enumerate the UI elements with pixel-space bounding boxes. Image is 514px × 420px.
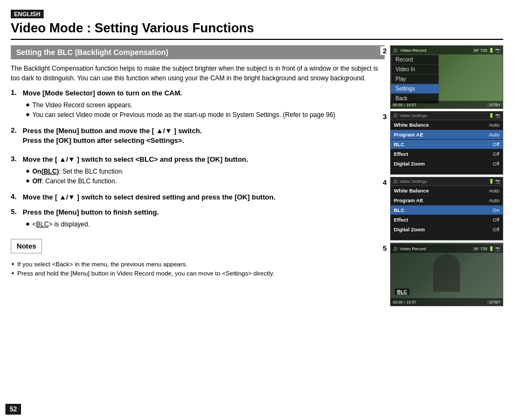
screen-2-top-bar: 🎥Video RecordSF 720 🔋 📷 xyxy=(391,46,503,54)
step-2-content: Press the [Menu] button and move the [ ▲… xyxy=(23,126,385,148)
step-3-number: 3. xyxy=(11,155,23,186)
screen-3-row-pae: Program AEAuto xyxy=(391,130,503,140)
notes-section: Notes If you select <Back> in the menu, … xyxy=(11,233,385,279)
step-2: 2. Press the [Menu] button and move the … xyxy=(11,126,385,148)
screen-5-step-num: 5 xyxy=(380,244,389,252)
step-3: 3. Move the [ ▲/▼ ] switch to select <BL… xyxy=(11,155,385,186)
step-1-content: Move [Mode Selector] down to turn on the… xyxy=(23,88,385,120)
menu-settings: Settings xyxy=(391,84,439,94)
screen-3-row-wb: White BalanceAuto xyxy=(391,120,503,130)
step-3-bullets: On(BLC): Set the BLC function. Off: Canc… xyxy=(23,167,385,186)
screen-3-top-bar: 🎥 Video Settings🔋 📷 xyxy=(391,112,503,120)
steps-area: 1. Move [Mode Selector] down to turn on … xyxy=(11,88,385,229)
step-5-bullet-1: <BLC> is displayed. xyxy=(27,219,385,229)
menu-video-in: Video In xyxy=(391,65,439,74)
english-tag: ENGLISH xyxy=(11,10,44,18)
menu-play: Play xyxy=(391,74,439,84)
step-1-bullet-2: You can select Video mode or Previous mo… xyxy=(27,110,385,120)
step-4-number: 4. xyxy=(11,192,23,204)
screen-3-row-dzoom: Digital ZoomOff xyxy=(391,159,503,169)
screen-4-row-dzoom: Digital ZoomOff xyxy=(391,225,503,235)
menu-record: Record xyxy=(391,55,439,65)
screen-3: 🎥 Video Settings🔋 📷 White BalanceAuto Pr… xyxy=(390,111,503,175)
screen-3-row-blc: BLCOff xyxy=(391,140,503,149)
step-4-content: Move the [ ▲/▼ ] switch to select desire… xyxy=(23,192,385,204)
main-title: Video Mode : Setting Various Functions xyxy=(11,20,503,40)
section-heading: Setting the BLC (Backlight Compensation) xyxy=(11,45,385,59)
step-5: 5. Press the [Menu] button to finish set… xyxy=(11,208,385,229)
screen-2-bottom: 00:00 / 10:57□STBY xyxy=(391,101,503,108)
step-1-bullet-1: The Video Record screen appears. xyxy=(27,100,385,110)
step-1-bullets: The Video Record screen appears. You can… xyxy=(23,100,385,120)
right-screenshots: 2 🎥Video RecordSF 720 🔋 📷 Record Video I… xyxy=(390,45,503,306)
screen-2: 🎥Video RecordSF 720 🔋 📷 Record Video In … xyxy=(390,45,503,109)
step-1: 1. Move [Mode Selector] down to turn on … xyxy=(11,88,385,120)
screen-5: 🎥Video RecordSF 720 🔋 📷 BLC 00:00 / 10:5… xyxy=(390,243,503,306)
screen-4-row-blc: BLCOn xyxy=(391,205,503,215)
screen-5-blc: BLC xyxy=(395,288,409,295)
page-container: ENGLISH Video Mode : Setting Various Fun… xyxy=(0,0,514,420)
step-2-number: 2. xyxy=(11,126,23,148)
screen-4-row-wb: White BalanceAuto xyxy=(391,186,503,196)
step-3-title: Move the [ ▲/▼ ] switch to select <BLC> … xyxy=(23,155,385,164)
step-4-title: Move the [ ▲/▼ ] switch to select desire… xyxy=(23,192,385,202)
step-5-content: Press the [Menu] button to finish settin… xyxy=(23,208,385,229)
screen-4-step-num: 4 xyxy=(380,178,389,187)
notes-label: Notes xyxy=(17,242,36,250)
step-3-bullet-2: Off: Cancel the BLC function. xyxy=(27,176,385,186)
step-5-title: Press the [Menu] button to finish settin… xyxy=(23,208,385,217)
screen-4-top-bar: 🎥 Video Settings🔋 📷 xyxy=(391,177,503,186)
notes-box: Notes xyxy=(11,239,42,253)
screen-4-row-pae: Program AEAuto xyxy=(391,196,503,205)
screen-5-top-bar: 🎥Video RecordSF 720 🔋 📷 xyxy=(391,244,503,253)
screen-2-step-num: 2 xyxy=(380,46,389,55)
step-5-number: 5. xyxy=(11,208,23,229)
step-1-number: 1. xyxy=(11,88,23,120)
intro-text: The Backlight Compensation function help… xyxy=(11,64,385,83)
step-4: 4. Move the [ ▲/▼ ] switch to select des… xyxy=(11,192,385,204)
step-1-title: Move [Mode Selector] down to turn on the… xyxy=(23,88,385,98)
notes-list: If you select <Back> in the menu, the pr… xyxy=(11,260,385,279)
step-2-title: Press the [Menu] button and move the [ ▲… xyxy=(23,126,385,146)
screen-3-step-num: 3 xyxy=(380,112,389,121)
screen-3-row-effect: EffectOff xyxy=(391,149,503,159)
page-number: 52 xyxy=(5,404,21,415)
step-3-content: Move the [ ▲/▼ ] switch to select <BLC> … xyxy=(23,155,385,186)
screen-4-row-effect: EffectOff xyxy=(391,215,503,225)
step-3-bullet-1: On(BLC): Set the BLC function. xyxy=(27,167,385,176)
screen-2-menu: Record Video In Play Settings Back xyxy=(391,54,439,104)
note-1: If you select <Back> in the menu, the pr… xyxy=(11,260,385,269)
left-content: Setting the BLC (Backlight Compensation)… xyxy=(11,45,385,306)
screen-4: 🎥 Video Settings🔋 📷 White BalanceAuto Pr… xyxy=(390,177,503,240)
note-2: Press and hold the [Menu] button in Vide… xyxy=(11,269,385,278)
content-layout: Setting the BLC (Backlight Compensation)… xyxy=(11,45,503,306)
step-5-bullets: <BLC> is displayed. xyxy=(23,219,385,229)
screen-5-bottom: 00:00 / 10:57□STBY xyxy=(391,298,503,306)
